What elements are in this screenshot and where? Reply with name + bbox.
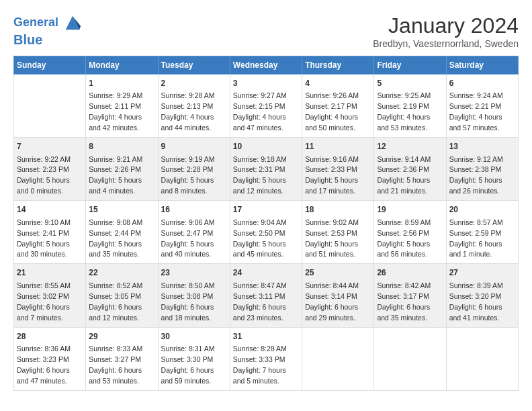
calendar-cell (446, 327, 518, 390)
calendar-cell: 30Sunrise: 8:31 AM Sunset: 3:30 PM Dayli… (158, 327, 230, 390)
calendar-cell: 15Sunrise: 9:08 AM Sunset: 2:44 PM Dayli… (86, 201, 158, 264)
title-block: January 2024 Bredbyn, Vaesternorrland, S… (373, 13, 519, 49)
day-info: Sunrise: 9:16 AM Sunset: 2:33 PM Dayligh… (305, 155, 359, 195)
calendar-cell: 24Sunrise: 8:47 AM Sunset: 3:11 PM Dayli… (230, 264, 302, 327)
day-number: 18 (305, 204, 371, 216)
calendar-cell: 2Sunrise: 9:28 AM Sunset: 2:13 PM Daylig… (158, 75, 230, 138)
location: Bredbyn, Vaesternorrland, Sweden (373, 38, 519, 49)
day-header-wednesday: Wednesday (230, 56, 302, 75)
day-number: 21 (17, 267, 83, 279)
calendar-cell: 20Sunrise: 8:57 AM Sunset: 2:59 PM Dayli… (446, 201, 518, 264)
calendar-cell (374, 327, 446, 390)
calendar-week-3: 14Sunrise: 9:10 AM Sunset: 2:41 PM Dayli… (14, 201, 519, 264)
day-info: Sunrise: 9:19 AM Sunset: 2:28 PM Dayligh… (161, 155, 215, 195)
day-number: 6 (449, 78, 515, 89)
calendar-week-5: 28Sunrise: 8:36 AM Sunset: 3:23 PM Dayli… (14, 327, 519, 390)
calendar-cell: 27Sunrise: 8:39 AM Sunset: 3:20 PM Dayli… (446, 264, 518, 327)
day-number: 11 (305, 141, 371, 152)
day-number: 7 (17, 141, 83, 152)
calendar-cell: 10Sunrise: 9:18 AM Sunset: 2:31 PM Dayli… (230, 138, 302, 201)
day-header-thursday: Thursday (302, 56, 374, 75)
day-number: 10 (233, 141, 299, 152)
calendar-cell: 11Sunrise: 9:16 AM Sunset: 2:33 PM Dayli… (302, 138, 374, 201)
calendar-header: SundayMondayTuesdayWednesdayThursdayFrid… (14, 56, 519, 75)
calendar-cell: 6Sunrise: 9:24 AM Sunset: 2:21 PM Daylig… (446, 75, 518, 138)
day-info: Sunrise: 9:28 AM Sunset: 2:13 PM Dayligh… (161, 91, 215, 132)
day-info: Sunrise: 9:10 AM Sunset: 2:41 PM Dayligh… (17, 218, 71, 259)
calendar-cell: 16Sunrise: 9:06 AM Sunset: 2:47 PM Dayli… (158, 201, 230, 264)
calendar-cell: 3Sunrise: 9:27 AM Sunset: 2:15 PM Daylig… (230, 75, 302, 138)
day-number: 30 (161, 331, 227, 342)
calendar-week-2: 7Sunrise: 9:22 AM Sunset: 2:23 PM Daylig… (14, 138, 519, 201)
day-number: 20 (449, 204, 515, 216)
day-info: Sunrise: 9:27 AM Sunset: 2:15 PM Dayligh… (233, 91, 287, 132)
day-number: 13 (449, 141, 515, 152)
day-number: 29 (89, 331, 154, 342)
day-info: Sunrise: 8:59 AM Sunset: 2:56 PM Dayligh… (377, 218, 431, 259)
calendar-cell: 13Sunrise: 9:12 AM Sunset: 2:38 PM Dayli… (446, 138, 518, 201)
day-info: Sunrise: 8:55 AM Sunset: 3:02 PM Dayligh… (17, 281, 71, 322)
calendar-week-4: 21Sunrise: 8:55 AM Sunset: 3:02 PM Dayli… (14, 264, 519, 327)
header-row: SundayMondayTuesdayWednesdayThursdayFrid… (14, 56, 519, 75)
calendar-cell: 25Sunrise: 8:44 AM Sunset: 3:14 PM Dayli… (302, 264, 374, 327)
day-info: Sunrise: 9:02 AM Sunset: 2:53 PM Dayligh… (305, 218, 359, 259)
day-number: 14 (17, 204, 83, 216)
calendar-cell: 7Sunrise: 9:22 AM Sunset: 2:23 PM Daylig… (14, 138, 86, 201)
calendar-cell: 9Sunrise: 9:19 AM Sunset: 2:28 PM Daylig… (158, 138, 230, 201)
day-info: Sunrise: 9:25 AM Sunset: 2:19 PM Dayligh… (377, 91, 431, 132)
day-number: 4 (305, 78, 371, 89)
day-number: 3 (233, 78, 299, 89)
logo-text: General (13, 13, 82, 32)
calendar-cell: 31Sunrise: 8:28 AM Sunset: 3:33 PM Dayli… (230, 327, 302, 390)
day-number: 16 (161, 204, 227, 216)
day-number: 15 (89, 204, 154, 216)
day-info: Sunrise: 9:21 AM Sunset: 2:26 PM Dayligh… (89, 155, 142, 195)
day-info: Sunrise: 8:47 AM Sunset: 3:11 PM Dayligh… (233, 281, 287, 322)
day-header-monday: Monday (86, 56, 158, 75)
page-header: General Blue January 2024 Bredbyn, Vaest… (13, 13, 519, 49)
calendar-cell: 26Sunrise: 8:42 AM Sunset: 3:17 PM Dayli… (374, 264, 446, 327)
calendar-cell: 12Sunrise: 9:14 AM Sunset: 2:36 PM Dayli… (374, 138, 446, 201)
day-info: Sunrise: 9:18 AM Sunset: 2:31 PM Dayligh… (233, 155, 287, 195)
day-info: Sunrise: 9:26 AM Sunset: 2:17 PM Dayligh… (305, 91, 359, 132)
day-info: Sunrise: 8:57 AM Sunset: 2:59 PM Dayligh… (449, 218, 503, 259)
day-info: Sunrise: 9:14 AM Sunset: 2:36 PM Dayligh… (377, 155, 431, 195)
calendar-cell: 18Sunrise: 9:02 AM Sunset: 2:53 PM Dayli… (302, 201, 374, 264)
day-info: Sunrise: 9:22 AM Sunset: 2:23 PM Dayligh… (17, 155, 71, 195)
day-info: Sunrise: 8:42 AM Sunset: 3:17 PM Dayligh… (377, 281, 431, 322)
calendar-cell: 17Sunrise: 9:04 AM Sunset: 2:50 PM Dayli… (230, 201, 302, 264)
day-number: 9 (161, 141, 227, 152)
calendar-cell: 29Sunrise: 8:33 AM Sunset: 3:27 PM Dayli… (86, 327, 158, 390)
day-info: Sunrise: 9:29 AM Sunset: 2:11 PM Dayligh… (89, 91, 142, 132)
logo: General Blue (13, 13, 82, 47)
day-header-friday: Friday (374, 56, 446, 75)
day-info: Sunrise: 8:39 AM Sunset: 3:20 PM Dayligh… (449, 281, 503, 322)
calendar-cell: 4Sunrise: 9:26 AM Sunset: 2:17 PM Daylig… (302, 75, 374, 138)
month-title: January 2024 (373, 13, 519, 38)
day-number: 26 (377, 267, 443, 279)
logo-icon (63, 13, 82, 32)
calendar-cell: 1Sunrise: 9:29 AM Sunset: 2:11 PM Daylig… (86, 75, 158, 138)
day-number: 23 (161, 267, 227, 279)
calendar-body: 1Sunrise: 9:29 AM Sunset: 2:11 PM Daylig… (14, 75, 519, 391)
day-info: Sunrise: 8:44 AM Sunset: 3:14 PM Dayligh… (305, 281, 359, 322)
day-info: Sunrise: 8:50 AM Sunset: 3:08 PM Dayligh… (161, 281, 215, 322)
calendar-table: SundayMondayTuesdayWednesdayThursdayFrid… (13, 56, 519, 391)
calendar-cell (302, 327, 374, 390)
day-number: 31 (233, 331, 299, 342)
day-number: 22 (89, 267, 154, 279)
day-header-sunday: Sunday (14, 56, 86, 75)
day-number: 5 (377, 78, 443, 89)
day-info: Sunrise: 8:31 AM Sunset: 3:30 PM Dayligh… (161, 345, 215, 385)
calendar-cell (14, 75, 86, 138)
calendar-cell: 21Sunrise: 8:55 AM Sunset: 3:02 PM Dayli… (14, 264, 86, 327)
day-header-tuesday: Tuesday (158, 56, 230, 75)
day-info: Sunrise: 9:24 AM Sunset: 2:21 PM Dayligh… (449, 91, 503, 132)
day-info: Sunrise: 9:04 AM Sunset: 2:50 PM Dayligh… (233, 218, 287, 259)
day-header-saturday: Saturday (446, 56, 518, 75)
day-number: 27 (449, 267, 515, 279)
calendar-cell: 28Sunrise: 8:36 AM Sunset: 3:23 PM Dayli… (14, 327, 86, 390)
calendar-week-1: 1Sunrise: 9:29 AM Sunset: 2:11 PM Daylig… (14, 75, 519, 138)
day-info: Sunrise: 9:12 AM Sunset: 2:38 PM Dayligh… (449, 155, 503, 195)
day-info: Sunrise: 8:33 AM Sunset: 3:27 PM Dayligh… (89, 345, 142, 385)
